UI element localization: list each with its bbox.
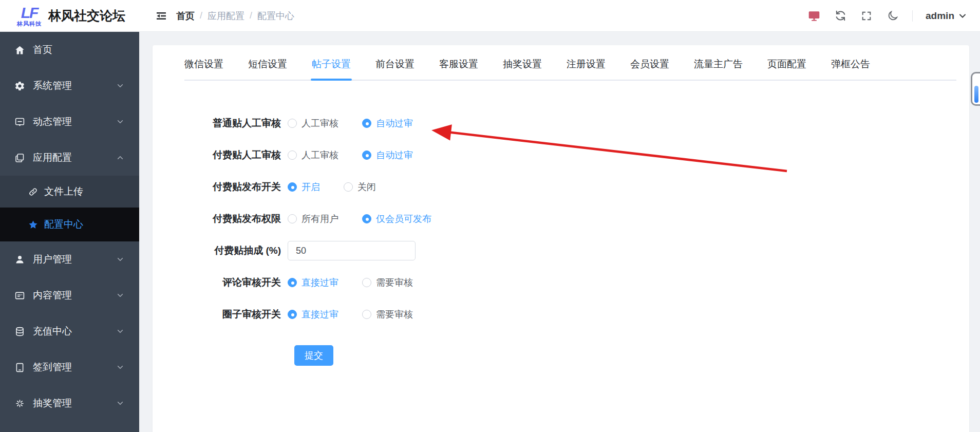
link-icon xyxy=(28,186,38,197)
tab-traffic-ads[interactable]: 流量主广告 xyxy=(694,58,743,80)
sidebar-item-label: 系统管理 xyxy=(33,79,72,92)
radio-direct-approve[interactable]: 直接过审 xyxy=(288,276,338,289)
breadcrumb-app-config[interactable]: 应用配置 xyxy=(208,10,244,22)
chevron-down-icon xyxy=(117,364,124,371)
sidebar-item-moments[interactable]: 动态管理 xyxy=(0,104,139,140)
radio-manual-review[interactable]: 人工审核 xyxy=(288,149,338,161)
tab-frontend-settings[interactable]: 前台设置 xyxy=(375,58,414,80)
radio-button xyxy=(362,151,371,160)
scroll-thumb xyxy=(974,86,978,103)
fullscreen-icon[interactable] xyxy=(860,9,873,23)
breadcrumb-home[interactable]: 首页 xyxy=(176,10,195,22)
sidebar-item-config-center[interactable]: 配置中心 xyxy=(0,208,139,241)
commission-input[interactable] xyxy=(288,241,416,260)
chevron-down-icon xyxy=(117,82,124,89)
sidebar-item-label: 抽奖管理 xyxy=(33,397,72,410)
field-label: 付费贴抽成 (%) xyxy=(153,244,288,257)
sidebar-item-label: 用户管理 xyxy=(33,253,72,266)
chevron-down-icon xyxy=(117,118,124,125)
radio-disable[interactable]: 关闭 xyxy=(344,181,376,193)
top-bar: LF 林风科技 林风社交论坛 首页 / 应用配置 / 配置中心 xyxy=(0,0,980,32)
radio-button xyxy=(362,119,371,128)
radio-button xyxy=(288,151,297,160)
sidebar-item-file-upload[interactable]: 文件上传 xyxy=(0,176,139,208)
form-row-paid-post-review: 付费贴人工审核 人工审核 自动过审 xyxy=(153,145,969,165)
radio-members-only[interactable]: 仅会员可发布 xyxy=(362,213,431,225)
sidebar-item-recharge[interactable]: 充值中心 xyxy=(0,313,139,349)
topbar-actions: admin xyxy=(807,9,980,23)
radio-button xyxy=(288,310,297,319)
radio-button xyxy=(288,214,297,223)
tab-sms-settings[interactable]: 短信设置 xyxy=(248,58,287,80)
sidebar-item-users[interactable]: 用户管理 xyxy=(0,241,139,277)
radio-direct-approve[interactable]: 直接过审 xyxy=(288,308,338,321)
floating-scroll-widget[interactable] xyxy=(971,72,980,106)
chevron-down-icon xyxy=(117,292,124,299)
sidebar-item-label: 应用配置 xyxy=(33,151,72,164)
user-menu[interactable]: admin xyxy=(926,10,967,22)
sidebar: 首页 系统管理 动态管理 应用配置 xyxy=(0,32,139,432)
tab-lottery-settings[interactable]: 抽奖设置 xyxy=(503,58,542,80)
main-content: 微信设置 短信设置 帖子设置 前台设置 客服设置 抽奖设置 注册设置 会员设置 … xyxy=(139,32,980,432)
tab-wechat-settings[interactable]: 微信设置 xyxy=(184,58,223,80)
form-row-paid-post-switch: 付费贴发布开关 开启 关闭 xyxy=(153,177,969,197)
breadcrumb-separator: / xyxy=(250,10,252,21)
monitor-icon[interactable] xyxy=(807,9,821,23)
form-row-paid-post-commission: 付费贴抽成 (%) xyxy=(153,240,969,261)
sidebar-item-label: 内容管理 xyxy=(33,289,72,302)
moon-icon[interactable] xyxy=(886,9,899,23)
submit-button[interactable]: 提交 xyxy=(294,345,333,366)
sidebar-item-home[interactable]: 首页 xyxy=(0,32,139,68)
tab-service-settings[interactable]: 客服设置 xyxy=(439,58,478,80)
star-icon xyxy=(28,219,38,230)
sidebar-item-checkin[interactable]: 签到管理 xyxy=(0,349,139,385)
breadcrumb-config-center: 配置中心 xyxy=(257,10,294,22)
post-settings-form: 普通贴人工审核 人工审核 自动过审 付费贴人工审核 人工审核 xyxy=(153,113,969,366)
radio-button xyxy=(362,310,371,319)
content-icon xyxy=(14,290,25,301)
field-label: 付费贴发布开关 xyxy=(153,180,288,194)
sidebar-item-app-config[interactable]: 应用配置 xyxy=(0,140,139,176)
tab-member-settings[interactable]: 会员设置 xyxy=(630,58,669,80)
message-icon xyxy=(14,116,25,127)
radio-manual-review[interactable]: 人工审核 xyxy=(288,117,338,129)
radio-button xyxy=(344,182,353,192)
radio-button xyxy=(362,278,371,287)
username: admin xyxy=(926,10,954,22)
sidebar-item-content[interactable]: 内容管理 xyxy=(0,277,139,313)
form-row-circle-review: 圈子审核开关 直接过审 需要审核 xyxy=(153,304,969,325)
user-icon xyxy=(14,254,25,265)
radio-auto-approve[interactable]: 自动过审 xyxy=(362,149,413,161)
radio-button xyxy=(362,214,371,223)
radio-need-review[interactable]: 需要审核 xyxy=(362,308,413,321)
sidebar-item-label: 首页 xyxy=(33,43,52,57)
sidebar-item-label: 签到管理 xyxy=(33,361,72,374)
tab-page-config[interactable]: 页面配置 xyxy=(767,58,806,80)
radio-button xyxy=(288,119,297,128)
tab-register-settings[interactable]: 注册设置 xyxy=(567,58,606,80)
field-label: 评论审核开关 xyxy=(153,276,288,289)
radio-need-review[interactable]: 需要审核 xyxy=(362,276,413,289)
field-label: 普通贴人工审核 xyxy=(153,117,288,130)
tab-post-settings[interactable]: 帖子设置 xyxy=(312,58,351,80)
sidebar-item-system[interactable]: 系统管理 xyxy=(0,68,139,104)
recharge-icon xyxy=(14,326,25,337)
sidebar-collapse-icon[interactable] xyxy=(155,9,168,23)
sidebar-item-lottery[interactable]: 抽奖管理 xyxy=(0,385,139,421)
refresh-icon[interactable] xyxy=(834,9,847,23)
sidebar-item-label: 配置中心 xyxy=(44,218,83,231)
radio-button xyxy=(288,278,297,287)
brand-logo: LF 林风科技 xyxy=(17,5,42,27)
app-screen: LF 林风科技 林风社交论坛 首页 / 应用配置 / 配置中心 xyxy=(0,0,980,432)
radio-auto-approve[interactable]: 自动过审 xyxy=(362,117,413,129)
form-row-paid-post-permission: 付费贴发布权限 所有用户 仅会员可发布 xyxy=(153,209,969,229)
sidebar-item-label: 动态管理 xyxy=(33,115,72,128)
radio-all-users[interactable]: 所有用户 xyxy=(288,213,338,225)
sidebar-item-label: 文件上传 xyxy=(44,185,83,198)
tab-popup-notice[interactable]: 弹框公告 xyxy=(831,58,870,80)
radio-enable[interactable]: 开启 xyxy=(288,181,320,193)
breadcrumb: 首页 / 应用配置 / 配置中心 xyxy=(176,10,294,22)
breadcrumb-separator: / xyxy=(200,10,202,21)
sidebar-item-label: 充值中心 xyxy=(33,325,72,338)
home-icon xyxy=(14,44,25,55)
